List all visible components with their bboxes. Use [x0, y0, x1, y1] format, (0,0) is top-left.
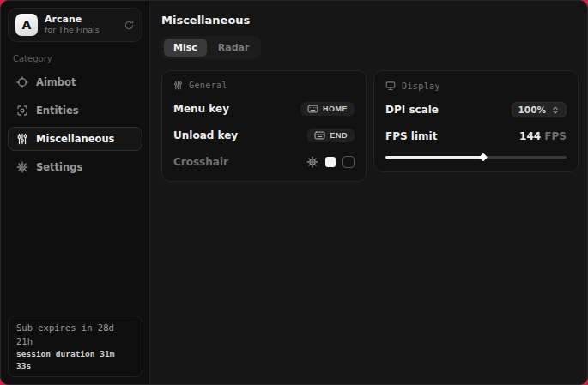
sliders-icon: [16, 133, 28, 145]
app-title: Arcane: [45, 14, 117, 25]
menu-key-bind-button[interactable]: HOME: [300, 102, 355, 116]
sidebar-item-label: Settings: [36, 161, 82, 173]
sidebar-item-label: Miscellaneous: [36, 133, 114, 145]
general-card: General Menu key HOME: [161, 70, 367, 182]
sidebar-item-aimbot[interactable]: Aimbot: [8, 70, 142, 94]
fps-slider-thumb[interactable]: [479, 153, 488, 161]
crosshair-row: Crosshair: [173, 154, 355, 170]
session-duration-text: session duration 31m 33s: [16, 348, 134, 371]
fps-limit-label: FPS limit: [385, 130, 437, 142]
keyboard-icon: [307, 105, 318, 113]
crosshair-settings-gear-icon[interactable]: [306, 156, 318, 168]
fps-number: 144: [519, 130, 541, 142]
sidebar-item-settings[interactable]: Settings: [8, 155, 142, 179]
dpi-scale-row: DPI scale 100%: [385, 102, 567, 117]
sidebar-item-label: Aimbot: [36, 76, 76, 88]
dpi-scale-label: DPI scale: [385, 104, 439, 116]
app-subtitle: for The Finals: [45, 25, 117, 35]
general-card-title: General: [189, 81, 227, 90]
sliders-icon: [173, 81, 183, 90]
scan-icon: [16, 105, 28, 117]
app-header-card: A Arcane for The Finals: [8, 8, 142, 42]
category-label: Category: [13, 54, 137, 63]
menu-key-label: Menu key: [173, 103, 229, 115]
menu-key-row: Menu key HOME: [173, 101, 355, 117]
menu-key-value: HOME: [323, 105, 348, 113]
tab-misc[interactable]: Misc: [164, 39, 207, 57]
general-card-header: General: [173, 81, 355, 90]
dpi-scale-select[interactable]: 100%: [512, 102, 567, 117]
crosshair-icon: [16, 76, 28, 88]
app-window: A Arcane for The Finals Category: [0, 0, 588, 385]
unload-key-value: END: [330, 131, 348, 140]
unload-key-bind-button[interactable]: END: [307, 129, 355, 142]
unfold-icon: [551, 105, 560, 115]
unload-key-label: Unload key: [173, 129, 238, 141]
page-title: Miscellaneous: [161, 14, 579, 27]
crosshair-controls: [306, 156, 355, 168]
fps-slider-fill: [385, 156, 483, 159]
sidebar: A Arcane for The Finals Category: [1, 1, 150, 384]
refresh-icon[interactable]: [124, 20, 135, 31]
fps-limit-slider[interactable]: [385, 153, 567, 160]
cards-row: General Menu key HOME: [161, 70, 579, 182]
tab-bar: Misc Radar: [161, 36, 261, 59]
crosshair-checkbox[interactable]: [342, 156, 355, 168]
sub-expiry-text: Sub expires in 28d 21h: [16, 322, 134, 349]
display-card-header: Display: [385, 81, 567, 91]
fps-limit-row: FPS limit 144 FPS: [385, 129, 567, 144]
sidebar-item-entities[interactable]: Entities: [8, 99, 142, 123]
sidebar-spacer: [8, 179, 142, 316]
app-logo: A: [15, 14, 38, 36]
dpi-scale-value: 100%: [518, 105, 546, 115]
crosshair-color-swatch[interactable]: [325, 157, 336, 167]
sidebar-item-label: Entities: [36, 105, 79, 117]
display-card: Display DPI scale 100% FPS limit: [373, 70, 579, 172]
sidebar-nav: Aimbot Entities: [8, 70, 142, 179]
subscription-card: Sub expires in 28d 21h session duration …: [8, 316, 142, 377]
tab-radar[interactable]: Radar: [209, 39, 259, 57]
keyboard-icon: [314, 131, 325, 140]
main-content: Miscellaneous Misc Radar Gene: [150, 1, 588, 384]
crosshair-label: Crosshair: [173, 156, 228, 168]
fps-unit: FPS: [544, 130, 567, 142]
display-card-title: Display: [402, 81, 440, 91]
gear-icon: [16, 161, 28, 173]
sidebar-item-miscellaneous[interactable]: Miscellaneous: [8, 127, 142, 151]
monitor-icon: [385, 81, 396, 91]
app-titles: Arcane for The Finals: [45, 14, 117, 36]
fps-limit-value: 144 FPS: [519, 130, 567, 142]
unload-key-row: Unload key END: [173, 128, 355, 143]
